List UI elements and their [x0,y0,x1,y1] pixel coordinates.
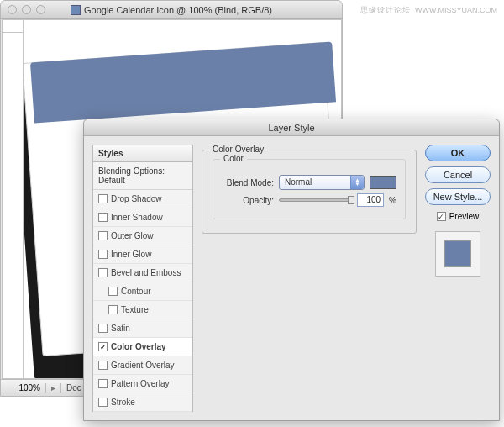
close-icon[interactable] [8,5,17,14]
style-item-label: Color Overlay [111,342,166,351]
settings-panel: Color Overlay Color Blend Mode: Normal ▲… [202,145,417,412]
style-item-label: Stroke [111,398,135,407]
traffic-lights [8,5,45,14]
style-checkbox[interactable] [98,398,108,407]
status-chevron-icon[interactable]: ▸ [46,383,61,393]
blend-mode-value: Normal [285,177,312,187]
style-item-satin[interactable]: Satin [93,319,192,338]
document-title-bar[interactable]: Google Calendar Icon @ 100% (Bind, RGB/8… [1,1,342,19]
opacity-label: Opacity: [222,196,274,205]
style-item-label: Texture [121,305,149,314]
style-item-gradient-overlay[interactable]: Gradient Overlay [93,356,192,375]
style-item-label: Inner Glow [111,250,151,259]
style-item-label: Pattern Overlay [111,379,169,388]
dialog-title-bar[interactable]: Layer Style [84,119,499,136]
style-item-label: Outer Glow [111,231,154,240]
blend-mode-label: Blend Mode: [222,178,274,187]
style-checkbox[interactable] [108,287,118,296]
color-group: Color Blend Mode: Normal ▲▼ Opacity: 100 [213,159,406,219]
style-checkbox[interactable] [98,250,108,259]
minimize-icon[interactable] [22,5,31,14]
styles-header[interactable]: Styles [93,145,192,162]
cancel-button[interactable]: Cancel [425,166,491,183]
style-item-label: Satin [111,324,130,333]
overlay-color-swatch[interactable] [370,176,396,189]
preview-color [444,240,471,267]
style-item-inner-glow[interactable]: Inner Glow [93,245,192,264]
dialog-buttons: OK Cancel New Style... ✓ Preview [425,145,491,412]
chevron-updown-icon: ▲▼ [350,176,364,189]
style-item-label: Contour [121,287,151,296]
style-checkbox[interactable] [98,268,108,277]
opacity-unit: % [389,196,396,205]
document-title-text: Google Calendar Icon @ 100% (Bind, RGB/8… [84,5,272,15]
style-item-stroke[interactable]: Stroke [93,393,192,412]
style-item-label: Gradient Overlay [111,361,175,370]
style-checkbox[interactable] [98,213,108,222]
style-item-inner-shadow[interactable]: Inner Shadow [93,208,192,227]
style-item-color-overlay[interactable]: ✓Color Overlay [93,338,192,356]
style-item-drop-shadow[interactable]: Drop Shadow [93,190,192,208]
style-checkbox[interactable]: ✓ [98,342,108,351]
style-item-texture[interactable]: Texture [93,301,192,319]
style-checkbox[interactable] [108,305,118,314]
style-item-pattern-overlay[interactable]: Pattern Overlay [93,375,192,393]
layer-style-dialog: Layer Style Styles Blending Options: Def… [83,119,500,421]
zoom-level[interactable]: 100% [1,383,46,393]
blending-options-header[interactable]: Blending Options: Default [93,162,192,190]
slider-thumb[interactable] [348,196,354,204]
watermark-cn: 思缘设计论坛 [360,6,411,14]
styles-list: Styles Blending Options: Default Drop Sh… [92,145,193,412]
opacity-input[interactable]: 100 [357,193,384,207]
preview-swatch [435,231,480,277]
style-item-contour[interactable]: Contour [93,282,192,301]
style-item-bevel-and-emboss[interactable]: Bevel and Emboss [93,264,192,282]
style-item-label: Bevel and Emboss [111,268,181,277]
ok-button[interactable]: OK [425,145,491,161]
ruler-vertical [2,19,24,379]
style-checkbox[interactable] [98,379,108,388]
preview-toggle[interactable]: ✓ Preview [437,212,480,221]
preview-checkbox[interactable]: ✓ [437,212,446,221]
style-checkbox[interactable] [98,231,108,240]
opacity-slider[interactable] [279,198,352,202]
preview-label: Preview [449,212,480,221]
style-checkbox[interactable] [98,324,108,333]
style-item-label: Drop Shadow [111,194,162,203]
new-style-button[interactable]: New Style... [425,188,491,205]
style-item-outer-glow[interactable]: Outer Glow [93,227,192,245]
style-item-label: Inner Shadow [111,213,163,222]
color-overlay-group: Color Overlay Color Blend Mode: Normal ▲… [202,150,417,234]
document-title: Google Calendar Icon @ 100% (Bind, RGB/8… [1,5,342,15]
watermark: 思缘设计论坛 WWW.MISSYUAN.COM [360,5,497,16]
style-checkbox[interactable] [98,361,108,370]
zoom-icon[interactable] [36,5,45,14]
watermark-url: WWW.MISSYUAN.COM [415,6,497,14]
blend-mode-select[interactable]: Normal ▲▼ [279,175,365,190]
document-icon [71,5,81,15]
section-title: Color Overlay [209,145,267,154]
color-group-title: Color [220,154,247,163]
style-checkbox[interactable] [98,194,108,203]
